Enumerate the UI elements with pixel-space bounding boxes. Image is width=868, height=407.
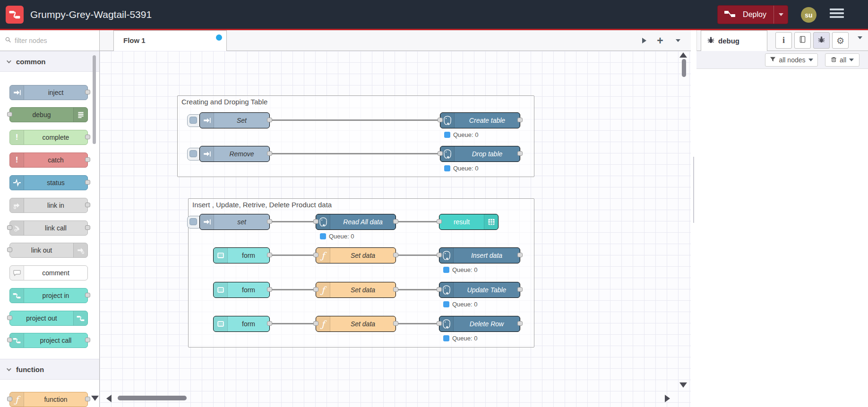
palette-category-function[interactable]: function — [0, 359, 100, 380]
output-port[interactable] — [517, 321, 523, 326]
wire[interactable] — [396, 323, 439, 324]
palette-scroll-down-icon[interactable] — [91, 396, 99, 401]
node-form[interactable]: form — [213, 247, 270, 263]
palette-node-project-in[interactable]: project in — [9, 288, 88, 303]
output-port[interactable] — [85, 203, 90, 207]
help-button[interactable] — [794, 32, 811, 49]
splitter-grip[interactable] — [693, 157, 694, 223]
output-port[interactable] — [267, 321, 272, 326]
group-creating-droping-table[interactable]: Creating and Droping Table — [177, 95, 534, 177]
palette-filter-input[interactable] — [15, 37, 86, 44]
palette-node-link-in[interactable]: link in — [9, 198, 88, 213]
sidebar-menu-button[interactable] — [858, 39, 862, 48]
palette-node-project-call[interactable]: project call — [9, 333, 88, 348]
output-port[interactable] — [267, 253, 272, 257]
input-port[interactable] — [437, 321, 442, 326]
input-port[interactable] — [7, 397, 12, 401]
input-port[interactable] — [313, 253, 318, 257]
tab-flow-1[interactable]: Flow 1 — [113, 30, 227, 51]
output-port[interactable] — [393, 321, 398, 326]
output-port[interactable] — [267, 219, 272, 224]
deploy-options-button[interactable] — [773, 6, 788, 24]
node-table-result[interactable]: result — [439, 214, 498, 230]
node-postgresql-drop-table[interactable]: Drop table — [440, 146, 520, 162]
palette-node-project-out[interactable]: project out — [9, 311, 88, 326]
input-port[interactable] — [437, 219, 442, 224]
node-function-set-data[interactable]: ƒ Set data — [316, 282, 396, 298]
debug-button[interactable] — [813, 32, 830, 49]
node-inject-remove[interactable]: Remove — [199, 146, 270, 162]
input-port[interactable] — [7, 247, 12, 252]
input-port[interactable] — [7, 225, 12, 230]
input-port[interactable] — [313, 287, 318, 292]
output-port[interactable] — [393, 253, 398, 257]
flow-canvas[interactable]: Creating and Droping Table Insert , Upda… — [100, 51, 691, 407]
output-port[interactable] — [85, 135, 90, 139]
palette-node-status[interactable]: status — [9, 175, 88, 190]
canvas-hscrollbar-thumb[interactable] — [118, 396, 187, 400]
wire[interactable] — [270, 119, 440, 121]
output-port[interactable] — [517, 151, 523, 156]
palette-node-link-call[interactable]: link call — [9, 220, 88, 236]
node-inject-set[interactable]: Set — [199, 112, 270, 128]
input-port[interactable] — [7, 315, 12, 320]
palette-scrollbar-thumb[interactable] — [93, 55, 96, 144]
node-postgresql-insert-data[interactable]: Insert data — [439, 247, 520, 263]
canvas-scroll-down-icon[interactable] — [679, 382, 687, 388]
canvas-scroll-left-icon[interactable] — [106, 395, 112, 402]
sidebar-splitter[interactable] — [691, 30, 696, 407]
wire[interactable] — [270, 323, 316, 324]
output-port[interactable] — [517, 118, 523, 122]
wire[interactable] — [396, 254, 439, 256]
deploy-button[interactable]: Deploy — [717, 5, 788, 24]
node-form[interactable]: form — [213, 316, 270, 332]
output-port[interactable] — [393, 219, 398, 224]
palette-node-inject[interactable]: inject — [9, 85, 88, 100]
output-port[interactable] — [85, 225, 90, 230]
node-inject-set-lower[interactable]: set — [199, 214, 270, 230]
node-postgresql-create-table[interactable]: Create table — [440, 112, 520, 128]
wire[interactable] — [270, 153, 440, 154]
output-port[interactable] — [85, 157, 90, 162]
node-postgresql-delete-row[interactable]: Delete Row — [439, 316, 520, 332]
wire[interactable] — [396, 289, 439, 290]
config-nodes-button[interactable]: ⚙ — [832, 32, 849, 49]
node-form[interactable]: form — [213, 282, 270, 298]
canvas-scroll-up-icon[interactable] — [679, 52, 687, 58]
tab-list-button[interactable] — [672, 30, 684, 51]
next-tab-button[interactable] — [638, 30, 650, 51]
wire[interactable] — [270, 289, 316, 290]
input-port[interactable] — [437, 287, 442, 292]
palette-node-complete[interactable]: ! complete — [9, 130, 88, 145]
output-port[interactable] — [85, 180, 90, 185]
palette-node-catch[interactable]: ! catch — [9, 153, 88, 168]
node-function-set-data[interactable]: ƒ Set data — [316, 247, 396, 263]
info-button[interactable]: i — [775, 32, 792, 49]
output-port[interactable] — [267, 151, 272, 156]
input-port[interactable] — [7, 112, 12, 117]
output-port[interactable] — [393, 287, 398, 292]
debug-clear-button[interactable]: all — [825, 53, 859, 67]
output-port[interactable] — [85, 397, 90, 401]
user-avatar[interactable]: su — [801, 7, 816, 23]
add-flow-button[interactable]: + — [654, 30, 666, 51]
input-port[interactable] — [7, 338, 12, 342]
output-port[interactable] — [85, 90, 90, 94]
output-port[interactable] — [517, 287, 523, 292]
palette-category-common[interactable]: common — [0, 51, 100, 72]
node-function-set-data[interactable]: ƒ Set data — [316, 316, 396, 332]
input-port[interactable] — [437, 253, 442, 257]
tab-debug[interactable]: debug — [701, 30, 767, 51]
palette-node-comment[interactable]: comment — [9, 265, 88, 280]
canvas-scroll-right-icon[interactable] — [665, 395, 670, 402]
palette-node-function[interactable]: ƒ function — [9, 392, 88, 407]
output-port[interactable] — [267, 287, 272, 292]
input-port[interactable] — [438, 151, 443, 156]
input-port[interactable] — [313, 219, 318, 224]
wire[interactable] — [270, 221, 316, 222]
palette-node-link-out[interactable]: link out — [9, 243, 88, 258]
debug-filter-button[interactable]: all nodes — [765, 53, 818, 67]
main-menu-button[interactable] — [830, 8, 844, 21]
wire[interactable] — [396, 221, 439, 222]
node-postgresql-read-all-data[interactable]: Read All data — [316, 214, 396, 230]
